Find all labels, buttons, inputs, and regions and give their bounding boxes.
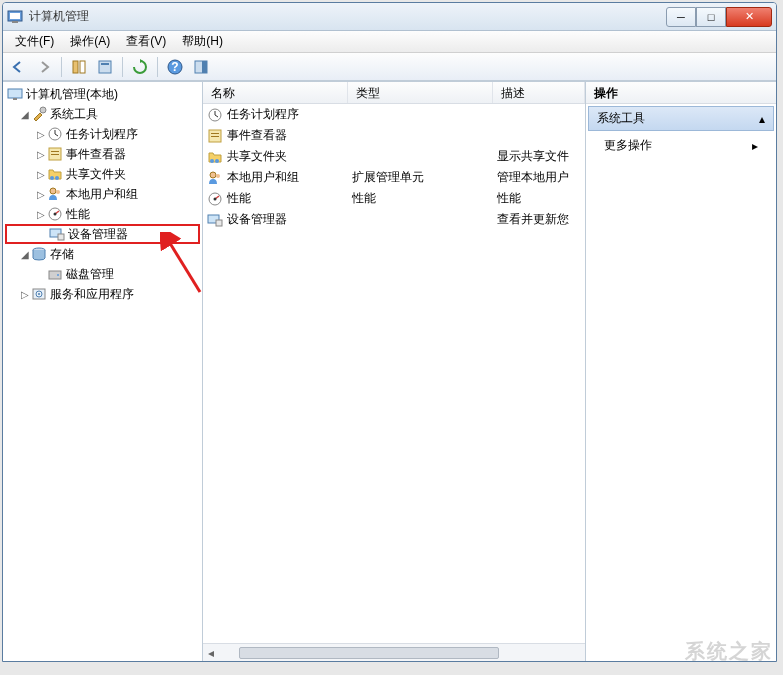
svg-rect-4 [80,61,85,73]
list-body[interactable]: 任务计划程序事件查看器共享文件夹显示共享文件本地用户和组扩展管理单元管理本地用户… [203,104,585,643]
tree-system-tools[interactable]: ◢ 系统工具 [5,104,200,124]
expand-icon[interactable]: ▷ [35,209,47,220]
actions-title: 操作 [586,82,776,104]
device-icon [207,212,223,228]
svg-point-19 [55,176,59,180]
svg-rect-1 [10,13,20,19]
tree-root[interactable]: 计算机管理(本地) [5,84,200,104]
tree-services-apps[interactable]: ▷ 服务和应用程序 [5,284,200,304]
svg-text:?: ? [171,60,178,74]
expand-icon[interactable]: ▷ [35,129,47,140]
tree-performance[interactable]: ▷ 性能 [5,204,200,224]
expand-icon[interactable]: ▷ [35,169,47,180]
svg-rect-35 [211,136,219,137]
tree-event-viewer[interactable]: ▷ 事件查看器 [5,144,200,164]
users-icon [207,170,223,186]
tree-task-scheduler[interactable]: ▷ 任务计划程序 [5,124,200,144]
tree-local-users[interactable]: ▷ 本地用户和组 [5,184,200,204]
expand-icon[interactable]: ▷ [35,149,47,160]
svg-rect-12 [13,98,17,100]
clock-icon [207,107,223,123]
toolbar: ? [3,53,776,81]
list-row[interactable]: 性能性能性能 [203,188,585,209]
menu-view[interactable]: 查看(V) [120,31,172,52]
back-button[interactable] [7,56,29,78]
svg-rect-17 [51,154,59,155]
actions-selected[interactable]: 系统工具 ▴ [588,106,774,131]
scroll-thumb[interactable] [239,647,499,659]
collapse-icon[interactable]: ◢ [19,109,31,120]
tree-storage[interactable]: ◢ 存储 [5,244,200,264]
clock-icon [47,126,63,142]
list-row[interactable]: 任务计划程序 [203,104,585,125]
svg-point-23 [54,213,57,216]
actions-more[interactable]: 更多操作 ▸ [586,133,776,158]
forward-button[interactable] [33,56,55,78]
svg-point-18 [50,176,54,180]
menu-file[interactable]: 文件(F) [9,31,60,52]
svg-point-20 [50,188,56,194]
perf-icon [207,191,223,207]
svg-rect-43 [216,220,222,226]
services-icon [31,286,47,302]
storage-icon [31,246,47,262]
close-button[interactable]: ✕ [726,7,772,27]
users-icon [47,186,63,202]
col-desc[interactable]: 描述 [493,82,585,103]
folder-icon [207,149,223,165]
tree-disk-management[interactable]: 磁盘管理 [5,264,200,284]
svg-rect-5 [99,61,111,73]
help-button[interactable]: ? [164,56,186,78]
event-icon [207,128,223,144]
properties-button[interactable] [94,56,116,78]
list-row[interactable]: 事件查看器 [203,125,585,146]
svg-rect-3 [73,61,78,73]
col-type[interactable]: 类型 [348,82,493,103]
svg-rect-10 [202,61,207,73]
svg-point-31 [38,293,40,295]
app-icon [7,9,23,25]
computer-icon [7,86,23,102]
horizontal-scrollbar[interactable]: ◂ [203,643,585,661]
tree-device-manager[interactable]: 设备管理器 [5,224,200,244]
svg-point-39 [216,174,220,178]
refresh-button[interactable] [129,56,151,78]
svg-point-38 [210,172,216,178]
collapse-icon[interactable]: ◢ [19,249,31,260]
svg-rect-6 [101,63,109,65]
tree-shared-folders[interactable]: ▷ 共享文件夹 [5,164,200,184]
action-pane-button[interactable] [190,56,212,78]
device-manager-icon [49,226,65,242]
svg-point-37 [215,159,219,163]
expand-icon[interactable]: ▷ [35,189,47,200]
list-pane: 名称 类型 描述 任务计划程序事件查看器共享文件夹显示共享文件本地用户和组扩展管… [203,82,586,661]
collapse-icon: ▴ [759,112,765,126]
actions-pane: 操作 系统工具 ▴ 更多操作 ▸ [586,82,776,661]
list-row[interactable]: 设备管理器查看并更新您 [203,209,585,230]
performance-icon [47,206,63,222]
col-name[interactable]: 名称 [203,82,348,103]
maximize-button[interactable]: □ [696,7,726,27]
list-header: 名称 类型 描述 [203,82,585,104]
menubar: 文件(F) 操作(A) 查看(V) 帮助(H) [3,31,776,53]
menu-action[interactable]: 操作(A) [64,31,116,52]
expand-icon[interactable]: ▷ [19,289,31,300]
event-icon [47,146,63,162]
svg-rect-11 [8,89,22,98]
svg-point-13 [40,107,46,113]
shared-folder-icon [47,166,63,182]
svg-point-21 [56,190,60,194]
svg-point-41 [214,197,217,200]
svg-rect-16 [51,151,59,152]
submenu-icon: ▸ [752,139,758,153]
tools-icon [31,106,47,122]
show-hide-tree-button[interactable] [68,56,90,78]
tree-pane[interactable]: 计算机管理(本地) ◢ 系统工具 ▷ 任务计划程序 ▷ 事件查看器 ▷ 共享文件… [3,82,203,661]
svg-rect-25 [58,234,64,240]
list-row[interactable]: 本地用户和组扩展管理单元管理本地用户 [203,167,585,188]
svg-rect-27 [49,271,61,279]
minimize-button[interactable]: ─ [666,7,696,27]
list-row[interactable]: 共享文件夹显示共享文件 [203,146,585,167]
menu-help[interactable]: 帮助(H) [176,31,229,52]
disk-icon [47,266,63,282]
